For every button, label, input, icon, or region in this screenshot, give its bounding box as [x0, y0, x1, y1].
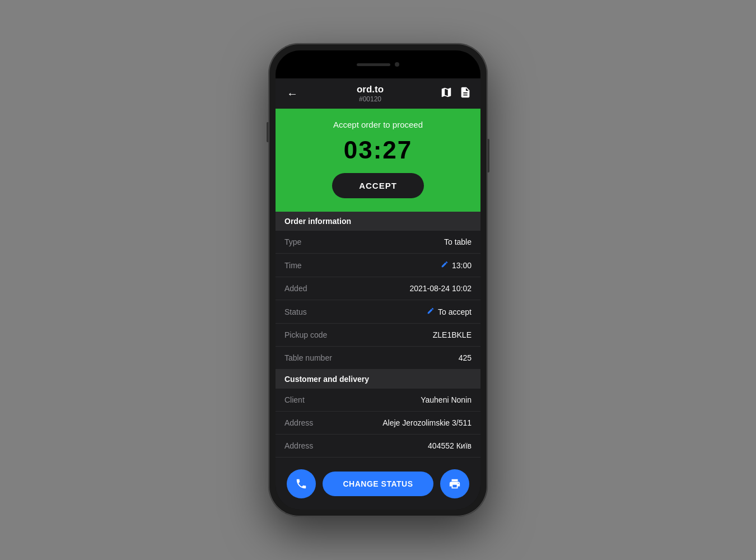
- doc-icon[interactable]: [459, 86, 472, 101]
- phone-button[interactable]: [287, 469, 316, 498]
- accept-banner: Accept order to proceed 03:27 ACCEPT: [276, 109, 480, 212]
- accept-timer: 03:27: [344, 136, 413, 164]
- order-number: #00120: [357, 95, 384, 103]
- table-row: TypeTo table: [276, 231, 480, 254]
- app-title: ord.to: [357, 84, 384, 95]
- info-value: To table: [444, 237, 472, 246]
- info-label: Time: [284, 261, 302, 270]
- header-title-group: ord.to #00120: [357, 84, 384, 103]
- table-row: StatusTo accept: [276, 300, 480, 324]
- order-info-label: Order information: [284, 217, 351, 226]
- info-label: Client: [284, 395, 305, 404]
- accept-message: Accept order to proceed: [333, 120, 423, 129]
- speaker: [357, 63, 390, 66]
- phone-screen: ← ord.to #00120: [276, 50, 480, 510]
- info-label: Type: [284, 237, 301, 246]
- info-value: 404552 Київ: [428, 441, 472, 450]
- print-icon: [449, 478, 461, 490]
- status-bar: [276, 50, 480, 78]
- back-button[interactable]: ←: [284, 85, 300, 102]
- table-row: Table number425: [276, 347, 480, 370]
- info-value: 425: [459, 353, 472, 362]
- table-row: Address404552 Київ: [276, 435, 480, 458]
- table-row: ClientYauheni Nonin: [276, 389, 480, 412]
- info-label: Address: [284, 418, 313, 427]
- order-info-rows: TypeTo tableTime13:00Added2021-08-24 10:…: [276, 231, 480, 370]
- customer-section-header: Customer and delivery: [276, 370, 480, 389]
- info-label: Status: [284, 307, 307, 316]
- edit-icon[interactable]: [427, 307, 435, 316]
- edit-icon[interactable]: [441, 260, 449, 270]
- map-icon[interactable]: [440, 86, 452, 101]
- table-row: Added2021-08-24 10:02: [276, 277, 480, 300]
- change-status-button[interactable]: CHANGE STATUS: [323, 472, 433, 496]
- print-button[interactable]: [440, 469, 469, 498]
- info-value: To accept: [427, 307, 472, 316]
- table-row: Time13:00: [276, 254, 480, 277]
- accept-button[interactable]: ACCEPT: [332, 173, 424, 198]
- customer-rows: ClientYauheni NoninAddressAleje Jerozoli…: [276, 389, 480, 463]
- info-label: Pickup code: [284, 330, 327, 339]
- phone-icon: [295, 478, 307, 490]
- info-value: 13:00: [441, 260, 472, 270]
- phone-device: ← ord.to #00120: [269, 44, 487, 516]
- customer-section-label: Customer and delivery: [284, 375, 369, 384]
- app-header: ← ord.to #00120: [276, 78, 480, 109]
- volume-button: [267, 122, 269, 142]
- order-info-section-header: Order information: [276, 212, 480, 231]
- info-value: Yauheni Nonin: [421, 395, 472, 404]
- table-row: Phone number+375 29 921-63-90: [276, 458, 480, 463]
- bottom-bar: CHANGE STATUS: [276, 463, 480, 510]
- table-row: Pickup codeZLE1BKLE: [276, 324, 480, 347]
- info-value: 2021-08-24 10:02: [409, 284, 472, 293]
- info-value: ZLE1BKLE: [433, 330, 472, 339]
- power-button: [487, 139, 489, 172]
- info-label: Added: [284, 284, 307, 293]
- info-label: Table number: [284, 353, 332, 362]
- table-row: AddressAleje Jerozolimskie 3/511: [276, 412, 480, 435]
- camera: [395, 62, 399, 67]
- notch: [344, 56, 412, 73]
- content-area: Accept order to proceed 03:27 ACCEPT Ord…: [276, 109, 480, 463]
- info-value: Aleje Jerozolimskie 3/511: [382, 418, 472, 427]
- info-label: Address: [284, 441, 313, 450]
- header-icons: [440, 86, 472, 101]
